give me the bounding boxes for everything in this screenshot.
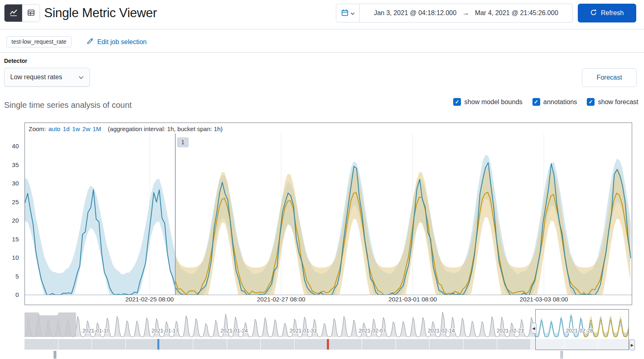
detector-select[interactable]: Low request rates (4, 68, 90, 87)
start-date[interactable]: Jan 3, 2021 @ 04:18:12.000 (374, 9, 456, 17)
brush-left-handle[interactable]: ◀ (531, 323, 537, 334)
swimlane-cell[interactable] (396, 339, 430, 350)
refresh-label: Refresh (601, 9, 624, 17)
view-toggle (4, 4, 40, 22)
y-axis-label: 30 (2, 180, 19, 187)
x-axis-label: 2021-03-03 08:00 (520, 296, 568, 303)
swimlane-cell[interactable] (126, 339, 160, 350)
checkbox-show-forecast[interactable]: ✓ show forecast (587, 98, 638, 106)
swimlane-marker[interactable] (560, 351, 563, 359)
series-title: Single time series analysis of count (4, 100, 132, 110)
chart-options: ✓ show model bounds ✓ annotations ✓ show… (453, 98, 638, 106)
annotation-marker[interactable] (327, 339, 329, 350)
context-axis-label: 2021-02-21 (497, 328, 524, 334)
job-bar-divider (0, 52, 644, 53)
time-selection-brush[interactable] (535, 309, 629, 350)
brush-right-handle[interactable]: ▶ (629, 339, 635, 350)
y-axis: 4035302520151050 (0, 123, 22, 305)
zoom-option-2w[interactable]: 2w (83, 125, 90, 132)
swimlane-cell[interactable] (429, 339, 463, 350)
zoom-option-auto[interactable]: auto (49, 125, 60, 132)
swimlane-cell[interactable] (497, 339, 531, 350)
job-badge[interactable]: test-low_request_rate (7, 36, 72, 47)
y-axis-label: 40 (2, 143, 19, 149)
zoom-option-1M[interactable]: 1M (93, 125, 101, 132)
swimlane-cell[interactable] (92, 339, 126, 350)
calendar-icon (341, 9, 349, 18)
main-chart-panel: Zoom:auto1d1w2w1M (aggregation interval:… (25, 123, 632, 305)
context-axis-label: 2021-02-07 (359, 328, 386, 334)
table-view-button[interactable] (22, 4, 40, 22)
checkbox-show-model-bounds[interactable]: ✓ show model bounds (453, 98, 522, 106)
context-bounds-block (25, 312, 76, 337)
page-title: Single Metric Viewer (44, 3, 157, 23)
edit-job-selection-label: Edit job selection (97, 38, 147, 46)
pencil-icon (87, 38, 94, 46)
zoom-option-1d[interactable]: 1d (63, 125, 70, 132)
swimlane-cell[interactable] (261, 339, 295, 350)
annotation-badge-label: 1 (181, 139, 185, 145)
zoom-label: Zoom: (29, 125, 46, 132)
swimlane-cell[interactable] (328, 339, 362, 350)
calendar-dropdown-button[interactable] (336, 4, 360, 22)
context-axis-label: 2021-01-10 (83, 328, 110, 334)
x-axis-label: 2021-02-25 08:00 (125, 296, 174, 303)
checkbox-checked-icon: ✓ (532, 98, 540, 106)
header-divider (0, 29, 644, 29)
y-axis-label: 15 (2, 236, 19, 243)
end-date[interactable]: Mar 4, 2021 @ 21:45:26.000 (475, 9, 558, 17)
table-icon (27, 8, 36, 18)
main-chart[interactable]: 12021-02-25 08:002021-02-27 08:002021-03… (25, 123, 632, 305)
zoom-controls: Zoom:auto1d1w2w1M (aggregation interval:… (29, 125, 223, 132)
checkbox-label: show forecast (598, 98, 638, 106)
y-axis-label: 0 (2, 291, 19, 298)
x-axis-label: 2021-02-27 08:00 (257, 296, 305, 303)
range-arrow-icon: → (462, 9, 469, 17)
swimlane-cell[interactable] (295, 339, 329, 350)
detector-label: Detector (4, 58, 27, 64)
single-metric-viewer-app: Single Metric Viewer Jan 3, 2021 @ 04:18… (0, 0, 644, 359)
y-axis-label: 10 (2, 254, 19, 261)
swimlane-cell[interactable] (159, 339, 193, 350)
context-axis-label: 2021-01-31 (290, 328, 317, 334)
date-range-display: Jan 3, 2021 @ 04:18:12.000 → Mar 4, 2021… (360, 4, 572, 22)
y-axis-label: 5 (2, 273, 19, 280)
swimlane-cell[interactable] (25, 339, 58, 350)
swimlane-marker[interactable] (54, 351, 56, 359)
select-chevron-icon (78, 74, 84, 81)
x-axis-label: 2021-03-01 08:00 (389, 296, 437, 303)
context-axis-label: 2021-01-17 (152, 328, 179, 334)
line-chart-icon (9, 8, 18, 18)
refresh-icon (590, 9, 597, 18)
swimlane-cell[interactable] (193, 339, 227, 350)
context-axis-label: 2021-02-14 (428, 328, 455, 334)
forecast-bounds-band (175, 167, 631, 295)
checkbox-checked-icon: ✓ (453, 98, 461, 106)
swimlane-cell[interactable] (463, 339, 497, 350)
edit-job-selection-link[interactable]: Edit job selection (87, 38, 147, 46)
y-axis-label: 25 (2, 198, 19, 205)
chevron-down-icon (351, 10, 355, 16)
detector-selected-option: Low request rates (10, 74, 62, 81)
annotation-marker[interactable] (157, 339, 159, 350)
refresh-button[interactable]: Refresh (578, 4, 636, 22)
checkbox-annotations[interactable]: ✓ annotations (532, 98, 577, 106)
swimlane-cell[interactable] (227, 339, 261, 350)
checkbox-checked-icon: ✓ (587, 98, 595, 106)
y-axis-label: 35 (2, 161, 19, 168)
forecast-button[interactable]: Forecast (582, 68, 637, 87)
context-axis-label: 2021-01-24 (221, 328, 248, 334)
secondary-swimlane (25, 350, 632, 359)
chart-view-button[interactable] (4, 4, 22, 22)
checkbox-label: show model bounds (464, 98, 522, 106)
swimlane-cell[interactable] (362, 339, 396, 350)
checkbox-label: annotations (543, 98, 577, 106)
date-range-picker: Jan 3, 2021 @ 04:18:12.000 → Mar 4, 2021… (336, 4, 573, 22)
swimlane-cell[interactable] (58, 339, 92, 350)
aggregation-note: (aggregation interval: 1h, bucket span: … (108, 125, 223, 132)
zoom-option-1w[interactable]: 1w (72, 125, 80, 132)
y-axis-label: 20 (2, 217, 19, 224)
